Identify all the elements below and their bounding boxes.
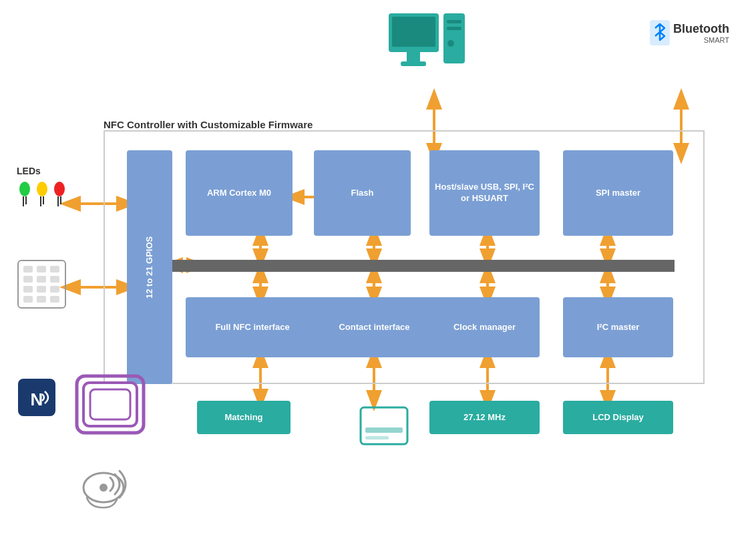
svg-rect-39 xyxy=(57,196,59,206)
svg-rect-48 xyxy=(23,286,33,293)
svg-rect-36 xyxy=(40,196,41,206)
leds-icons xyxy=(17,179,70,218)
svg-rect-47 xyxy=(50,276,59,283)
svg-rect-33 xyxy=(23,196,24,206)
leds-label: LEDs xyxy=(17,166,41,176)
svg-rect-49 xyxy=(37,286,46,293)
keypad-icon xyxy=(17,259,67,312)
svg-rect-25 xyxy=(407,52,420,61)
svg-rect-61 xyxy=(365,436,389,439)
svg-rect-37 xyxy=(43,196,44,204)
computer-icon xyxy=(382,10,469,97)
svg-rect-28 xyxy=(447,20,461,23)
bluetooth-area: Bluetooth SMART xyxy=(650,20,729,45)
full-nfc-box: Full NFC interface xyxy=(186,297,319,357)
svg-rect-40 xyxy=(60,196,61,204)
diagram-container: NFC Controller with Customizable Firmwar… xyxy=(0,0,756,533)
bus-bar xyxy=(172,260,675,272)
svg-rect-44 xyxy=(50,266,59,273)
svg-rect-24 xyxy=(392,17,435,47)
svg-point-35 xyxy=(37,182,47,196)
lcd-box: LCD Display xyxy=(563,401,673,434)
gpio-box: 12 to 21 GPIOS xyxy=(127,150,172,384)
svg-point-38 xyxy=(54,182,65,196)
svg-rect-29 xyxy=(447,27,461,30)
svg-rect-58 xyxy=(90,389,130,419)
matching-box: Matching xyxy=(197,401,291,434)
bluetooth-label: Bluetooth xyxy=(673,22,729,35)
svg-point-32 xyxy=(19,182,30,196)
contact-card-icon xyxy=(357,404,411,448)
svg-point-63 xyxy=(100,484,108,492)
antenna-coil xyxy=(73,373,147,436)
svg-rect-26 xyxy=(401,61,426,66)
svg-rect-43 xyxy=(37,266,46,273)
clock-manager-box: Clock manager xyxy=(429,297,540,357)
svg-point-30 xyxy=(447,40,454,47)
svg-rect-51 xyxy=(23,296,33,303)
flash-box: Flash xyxy=(314,150,411,236)
bluetooth-sublabel: SMART xyxy=(673,36,729,44)
arm-cortex-box: ARM Cortex M0 xyxy=(186,150,293,236)
i2c-master-box: I²C master xyxy=(563,297,673,357)
nfc-logo: N xyxy=(17,377,57,420)
svg-rect-34 xyxy=(25,196,27,204)
svg-rect-52 xyxy=(37,296,46,303)
svg-text:N: N xyxy=(31,389,43,409)
svg-rect-60 xyxy=(365,427,403,433)
contactless-icon xyxy=(73,461,134,514)
nfc-controller-label: NFC Controller with Customizable Firmwar… xyxy=(104,119,313,130)
svg-rect-46 xyxy=(37,276,46,283)
spi-master-box: SPI master xyxy=(563,150,673,236)
contact-interface-box: Contact interface xyxy=(313,297,436,357)
host-slave-box: Host/slave USB, SPI, I²C or HSUART xyxy=(429,150,540,236)
svg-rect-53 xyxy=(50,296,59,303)
svg-rect-50 xyxy=(50,286,59,293)
svg-rect-45 xyxy=(23,276,33,283)
svg-rect-42 xyxy=(23,266,33,273)
freq-box: 27.12 MHz xyxy=(429,401,540,434)
bluetooth-icon xyxy=(650,20,670,45)
